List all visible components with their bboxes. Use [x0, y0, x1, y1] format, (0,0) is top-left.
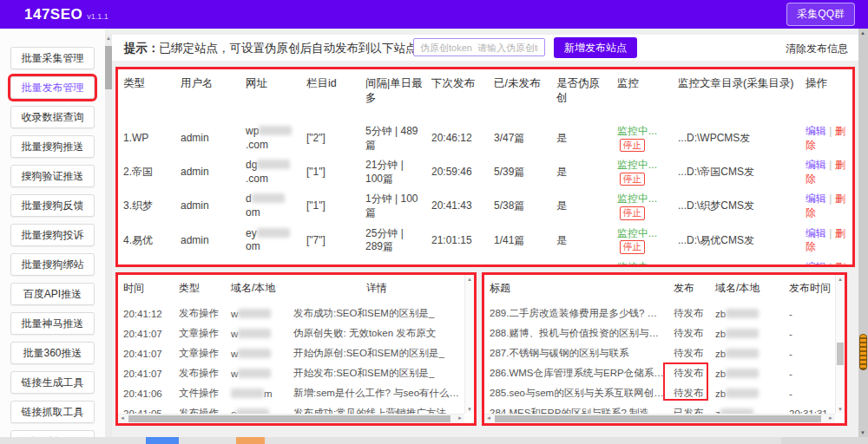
site-pseudo-original: 是	[551, 258, 612, 267]
scroll-left-icon[interactable]: ◄	[120, 415, 125, 421]
add-site-button[interactable]: 新增发布站点	[554, 37, 637, 58]
sidebar-item-搜狗验证推送[interactable]: 搜狗验证推送	[10, 165, 95, 187]
site-monitor: 监控中...停止	[612, 155, 673, 189]
column-header: 发布时间	[784, 275, 834, 304]
column-header: 域名/本地	[226, 275, 288, 304]
article-title: 288.赌博、投机与价值投资的区别与联系（上）区别	[484, 323, 668, 343]
stop-button[interactable]: 停止	[620, 139, 645, 153]
site-interval: 21分钟 | 100篇	[360, 155, 426, 189]
edit-link[interactable]: 编辑	[806, 125, 826, 137]
site-row: 4.易优admineyom["7"]25分钟 | 289篇21:01:151/4…	[118, 224, 852, 258]
article-row: 286.WMS仓库管理系统与ERP仓储系统的区别与联系待发布zb-	[484, 363, 834, 383]
site-url: dg.com	[240, 155, 301, 189]
sidebar-item-批量搜狗推送[interactable]: 批量搜狗推送	[10, 135, 95, 158]
redacted-domain	[238, 369, 271, 378]
site-next-publish: 20:41:46	[426, 258, 489, 267]
taskbar-orange-segment	[236, 437, 265, 444]
sidebar-item-百度API推送[interactable]: 百度API推送	[10, 283, 95, 305]
sidebar-item-批量采集管理[interactable]: 批量采集管理	[10, 47, 95, 69]
scroll-right-icon[interactable]: ►	[457, 415, 463, 421]
url-prefix: wp	[246, 125, 259, 137]
edit-link[interactable]: 编辑	[806, 261, 826, 267]
article-row: 287.不锈钢与碳钢的区别与联系待发布zb-	[484, 343, 834, 363]
edit-link[interactable]: 编辑	[806, 227, 826, 239]
site-row: 5.ZBLOGadminzbn["3"]1分钟 | 22篇20:41:465/1…	[118, 258, 852, 267]
log-horizontal-scrollbar[interactable]: ◄ ►	[118, 414, 464, 423]
edit-link[interactable]: 编辑	[806, 159, 826, 171]
monitor-status: 监控中...	[617, 125, 657, 137]
sidebar-scrollbar-thumb[interactable]	[105, 46, 112, 89]
sidebar-item-链接抓取工具[interactable]: 链接抓取工具	[10, 401, 95, 423]
scroll-right-icon[interactable]: ►	[828, 415, 833, 421]
site-published-count: 5/38篇	[489, 189, 551, 223]
redacted-domain	[238, 349, 271, 358]
article-title: 285.seo与sem的区别与关系互联网创业必须了解的推...	[484, 383, 668, 403]
scroll-up-icon[interactable]: ▲	[860, 30, 865, 36]
site-type: 1.WP	[118, 121, 175, 155]
stop-button[interactable]: 停止	[620, 173, 645, 186]
scroll-left-icon[interactable]: ◄	[486, 415, 491, 421]
scroll-up-icon[interactable]: ▲	[467, 277, 472, 282]
redacted-url	[259, 126, 292, 135]
site-row: 1.WPadminwp.com["2"]5分钟 | 489篇20:46:123/…	[118, 121, 852, 155]
log-detail: 发布成功:SEO和SEM的区别是_	[288, 304, 464, 323]
pseudo-token-input[interactable]	[413, 38, 545, 56]
site-column-id: ["3"]	[301, 258, 360, 267]
article-publish-time: -	[784, 363, 834, 383]
sidebar-item-伪原创工具[interactable]: 伪原创工具	[10, 430, 95, 437]
scroll-down-icon[interactable]: ▼	[860, 430, 865, 435]
site-user: admin	[175, 155, 240, 189]
article-publish-time: 20:31:31	[784, 423, 834, 426]
redacted-domain	[726, 309, 759, 318]
site-type: 4.易优	[118, 224, 175, 258]
sidebar-item-收录数据查询[interactable]: 收录数据查询	[10, 106, 95, 128]
site-type: 3.织梦	[118, 189, 175, 223]
column-header: 网址	[240, 69, 301, 121]
site-published-count: 5/19篇	[489, 258, 551, 267]
log-detail: 伪原创失败: 无效token 发布原文	[288, 323, 464, 343]
site-operations: 编辑 | 删除	[800, 258, 852, 267]
articles-vscroll-thumb[interactable]	[837, 343, 844, 365]
log-vertical-scrollbar[interactable]: ▲ ▼	[464, 275, 474, 414]
scroll-up-icon[interactable]: ▲	[838, 277, 843, 282]
articles-horizontal-scrollbar[interactable]: ◄ ►	[484, 414, 835, 423]
articles-vertical-scrollbar[interactable]: ▲ ▼	[835, 275, 845, 414]
sidebar-item-批量搜狗投诉[interactable]: 批量搜狗投诉	[10, 224, 95, 246]
top-bar: 147SEO v1.1.1 采集QQ群	[0, 0, 868, 29]
ops-separator: |	[826, 261, 835, 267]
column-header: 域名/本地	[710, 275, 784, 304]
sidebar-item-批量发布管理[interactable]: 批量发布管理	[10, 76, 95, 99]
scroll-down-icon[interactable]: ▼	[838, 407, 843, 412]
log-row: 20:41:07发布操作w开始发布:SEO和SEM的区别是_	[118, 363, 464, 383]
sidebar-item-批量搜狗反馈[interactable]: 批量搜狗反馈	[10, 194, 95, 217]
page-scrollbar-thumb[interactable]	[859, 334, 867, 370]
log-hscroll-thumb[interactable]	[128, 415, 450, 422]
redacted-url	[252, 193, 285, 203]
sidebar-scrollbar[interactable]: ▲	[105, 35, 112, 437]
log-row: 20:41:07文章操作w伪原创失败: 无效token 发布原文	[118, 323, 464, 343]
domain-prefix: zb	[715, 329, 726, 339]
stop-button[interactable]: 停止	[620, 240, 645, 254]
article-domain: zb	[710, 304, 784, 323]
stop-button[interactable]: 停止	[620, 206, 645, 220]
column-header: 类型	[174, 275, 226, 304]
sidebar-item-批量360推送[interactable]: 批量360推送	[10, 342, 95, 364]
site-type: 5.ZBLOG	[118, 258, 175, 267]
articles-hscroll-thumb[interactable]	[495, 415, 821, 422]
sidebar-item-链接生成工具[interactable]: 链接生成工具	[10, 371, 95, 394]
sidebar-item-批量搜狗绑站[interactable]: 批量搜狗绑站	[10, 253, 95, 276]
edit-link[interactable]: 编辑	[806, 193, 826, 205]
page-scrollbar[interactable]: ▲ ▼	[858, 29, 868, 437]
sidebar-item-批量神马推送[interactable]: 批量神马推送	[10, 312, 95, 335]
scroll-down-icon[interactable]: ▼	[467, 407, 472, 412]
log-time: 20:41:07	[118, 323, 174, 343]
article-row: 289.二手房改造装修费用是多少钱? 二手房改造装修...待发布zb-	[484, 304, 834, 323]
site-url: zbn	[240, 258, 301, 267]
site-monitor-dir: ...D:\ZblogCMS发	[673, 258, 800, 267]
sidebar: 批量采集管理批量发布管理收录数据查询批量搜狗推送搜狗验证推送批量搜狗反馈批量搜狗…	[0, 29, 105, 437]
qq-group-button[interactable]: 采集QQ群	[786, 3, 855, 26]
clear-publish-info-link[interactable]: 清除发布信息	[786, 42, 848, 56]
site-interval: 1分钟 | 22篇	[360, 258, 426, 267]
scroll-up-icon[interactable]: ▲	[106, 36, 111, 41]
log-type: 发布操作	[174, 363, 226, 383]
